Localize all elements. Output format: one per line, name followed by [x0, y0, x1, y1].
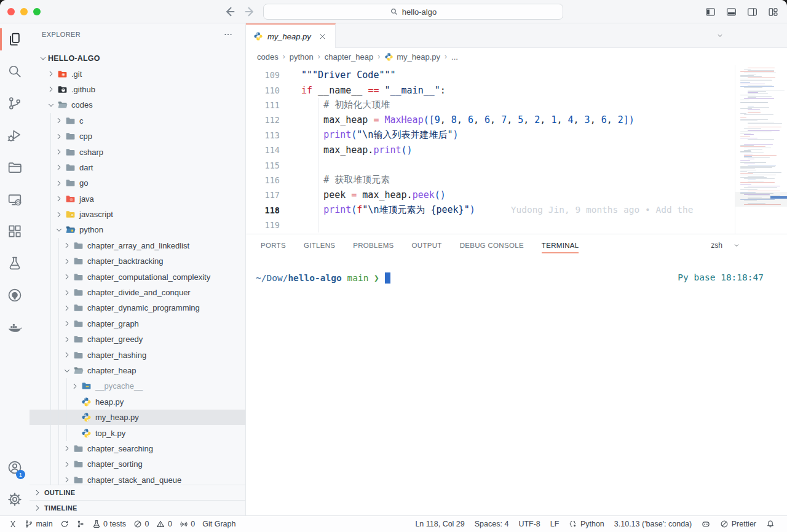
activity-bar-item-github[interactable]: [0, 279, 30, 311]
minimap[interactable]: [735, 65, 787, 234]
tree-folder-chapter-sorting[interactable]: chapter_sorting: [30, 456, 245, 472]
tree-folder-chapter-hashing[interactable]: chapter_hashing: [30, 347, 245, 362]
chevron-right-icon[interactable]: [62, 350, 72, 360]
status-indentation[interactable]: Spaces: 4: [470, 516, 514, 532]
status-branch-status[interactable]: main: [21, 516, 57, 532]
chevron-down-icon[interactable]: [62, 366, 72, 376]
tree-folder-codes[interactable]: codes: [30, 97, 245, 113]
tree-folder-chapter-searching[interactable]: chapter_searching: [30, 441, 245, 456]
code-line-110[interactable]: 110if __name__ == "__main__":: [246, 82, 735, 97]
line-number[interactable]: 116: [246, 175, 289, 185]
editor-tab-my-heap-py[interactable]: my_heap.py: [246, 23, 336, 48]
status-warning-count[interactable]: 0: [152, 516, 175, 532]
tree-folder-csharp[interactable]: csharp: [30, 144, 245, 159]
chevron-right-icon[interactable]: [62, 256, 72, 266]
line-number[interactable]: 109: [246, 70, 289, 80]
tree-folder-chapter-computational-complexity[interactable]: chapter_computational_complexity: [30, 269, 245, 284]
status-prettier[interactable]: Prettier: [715, 516, 761, 532]
code-line-117[interactable]: 117 peek = max_heap.peek(): [246, 188, 735, 202]
chevron-right-icon[interactable]: [62, 240, 72, 250]
tree-file-top-k-py[interactable]: top_k.py: [30, 425, 245, 440]
chevron-right-icon[interactable]: [62, 443, 72, 453]
minimap-slider[interactable]: [735, 192, 787, 207]
line-number[interactable]: 115: [246, 161, 289, 170]
tree-folder-dart[interactable]: dart: [30, 160, 245, 175]
activity-bar-item-source-control[interactable]: [0, 87, 30, 119]
activity-bar-item-explorer[interactable]: [0, 23, 30, 55]
navigate-forward-button[interactable]: [243, 5, 257, 18]
chevron-right-icon[interactable]: [62, 475, 72, 485]
code-line-118[interactable]: 118 print(f"\n堆顶元素为 {peek}")Yudong Jin, …: [246, 203, 735, 218]
tree-folder-chapter-divide-and-conquer[interactable]: chapter_divide_and_conquer: [30, 285, 245, 300]
chevron-right-icon[interactable]: [62, 303, 72, 313]
activity-bar-item-remote-explorer[interactable]: [0, 183, 30, 215]
code-line-116[interactable]: 116 # 获取堆顶元素: [246, 173, 735, 188]
line-number[interactable]: 118: [246, 205, 289, 215]
status-copilot[interactable]: [697, 516, 715, 532]
status-git-graph-status[interactable]: [73, 516, 89, 532]
code-line-113[interactable]: 113 print("\n输入列表并建堆后"): [246, 128, 735, 143]
panel-tab-terminal[interactable]: TERMINAL: [542, 234, 579, 256]
chevron-right-icon[interactable]: [54, 116, 64, 125]
breadcrumb-item-chapter-heap[interactable]: chapter_heap: [325, 52, 374, 62]
line-number[interactable]: 111: [246, 100, 289, 110]
run-dropdown[interactable]: [716, 32, 724, 39]
chevron-right-icon[interactable]: [54, 132, 64, 141]
status-remote-indicator[interactable]: [5, 516, 21, 532]
chevron-down-icon[interactable]: [54, 225, 64, 235]
navigate-back-button[interactable]: [223, 5, 236, 18]
chevron-down-icon[interactable]: [46, 100, 56, 110]
panel-tab-problems[interactable]: PROBLEMS: [353, 234, 394, 256]
code-line-112[interactable]: 112 max_heap = MaxHeap([9, 8, 6, 6, 7, 5…: [246, 113, 735, 127]
status-error-count[interactable]: 0: [130, 516, 152, 532]
layout-panel-icon[interactable]: [726, 7, 737, 17]
activity-bar-item-testing[interactable]: [0, 247, 30, 279]
code-editor[interactable]: 109"""Driver Code"""110if __name__ == "_…: [246, 65, 787, 234]
chevron-right-icon[interactable]: [54, 147, 64, 157]
tree-folder-chapter-backtracking[interactable]: chapter_backtracking: [30, 253, 245, 269]
chevron-right-icon[interactable]: [62, 288, 72, 298]
tree-folder-javascript[interactable]: JSjavascript: [30, 207, 245, 222]
status-python-interpreter[interactable]: 3.10.13 ('base': conda): [609, 516, 697, 532]
status-language-mode[interactable]: Python: [564, 516, 609, 532]
explorer-more-actions-icon[interactable]: [223, 30, 233, 39]
activity-bar-item-search[interactable]: [0, 55, 30, 87]
terminal-dropdown[interactable]: [733, 242, 740, 249]
breadcrumb-item-codes[interactable]: codes: [257, 52, 279, 62]
chevron-right-icon[interactable]: [46, 84, 56, 94]
panel-tab-output[interactable]: OUTPUT: [412, 234, 442, 256]
chevron-right-icon[interactable]: [62, 459, 72, 469]
tree-folder--github[interactable]: .github: [30, 82, 245, 97]
status-eol[interactable]: LF: [545, 516, 564, 532]
activity-bar-item-run-and-debug[interactable]: [0, 119, 30, 151]
tree-folder-chapter-heap[interactable]: chapter_heap: [30, 363, 245, 378]
chevron-right-icon[interactable]: [54, 210, 64, 220]
tree-folder-chapter-greedy[interactable]: chapter_greedy: [30, 332, 245, 347]
tree-folder-chapter-array-and-linkedlist[interactable]: chapter_array_and_linkedlist: [30, 238, 245, 253]
zoom-window-button[interactable]: [33, 8, 41, 15]
code-line-114[interactable]: 114 max_heap.print(): [246, 143, 735, 157]
breadcrumb-item-my-heap-py[interactable]: my_heap.py: [384, 52, 440, 62]
breadcrumb-item--[interactable]: ...: [451, 52, 458, 62]
status-encoding[interactable]: UTF-8: [513, 516, 545, 532]
customize-layout-icon[interactable]: [768, 7, 778, 17]
activity-bar-item-project-manager[interactable]: [0, 151, 30, 183]
tree-folder-go[interactable]: go: [30, 175, 245, 191]
status-ports-status[interactable]: 0: [176, 516, 199, 532]
line-number[interactable]: 119: [246, 220, 289, 230]
chevron-right-icon[interactable]: [46, 69, 56, 79]
layout-sidebar-right-icon[interactable]: [747, 7, 757, 17]
chevron-right-icon[interactable]: [54, 162, 64, 172]
line-number[interactable]: 114: [246, 145, 289, 155]
command-center-search[interactable]: hello-algo: [263, 4, 563, 20]
status-test-status[interactable]: 0 tests: [89, 516, 130, 532]
chevron-down-icon[interactable]: [38, 54, 48, 63]
chevron-right-icon[interactable]: [62, 272, 72, 282]
activity-bar-item-settings[interactable]: [0, 483, 30, 515]
code-line-115[interactable]: 115: [246, 157, 735, 172]
shell-selector[interactable]: zsh: [708, 241, 722, 250]
terminal-view[interactable]: ~/Dow/hello-algo main ❯ Py base 18:18:47: [246, 256, 787, 515]
minimize-window-button[interactable]: [20, 8, 28, 15]
tree-folder-chapter-stack-and-queue[interactable]: chapter_stack_and_queue: [30, 472, 245, 485]
status-notifications[interactable]: [761, 516, 780, 532]
